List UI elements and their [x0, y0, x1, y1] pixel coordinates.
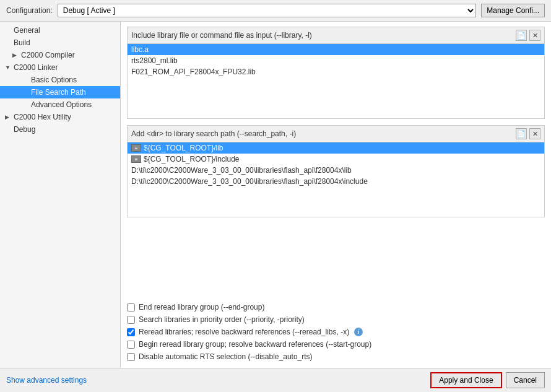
list-item[interactable]: ≡${CG_TOOL_ROOT}/lib — [128, 142, 544, 154]
search-path-panel-header: Add <dir> to library search path (--sear… — [128, 126, 544, 142]
checkbox-label-disable-auto-rts: Disable automatic RTS selection (--disab… — [139, 352, 313, 361]
triangle-icon — [5, 64, 11, 71]
list-item-text: D:\ti\c2000\C2000Ware_3_03_00_00\librari… — [131, 177, 368, 186]
checkboxes-area: End reread library group (--end-group)Se… — [121, 296, 551, 368]
checkbox-priority-order[interactable] — [127, 316, 135, 324]
search-path-panel-title: Add <dir> to library search path (--sear… — [131, 129, 296, 138]
sidebar-item-general[interactable]: General — [0, 24, 120, 37]
checkbox-begin-reread[interactable] — [127, 341, 135, 349]
sidebar-item-c2000-compiler[interactable]: C2000 Compiler — [0, 49, 120, 61]
checkbox-label-end-reread: End reread library group (--end-group) — [139, 303, 264, 311]
sidebar-item-file-search-path[interactable]: File Search Path — [0, 86, 120, 98]
checkbox-label-priority-order: Search libraries in priority order (--pr… — [139, 315, 305, 324]
checkbox-reread-libs[interactable] — [127, 328, 135, 336]
sidebar-item-label: General — [14, 26, 40, 35]
info-icon[interactable]: i — [354, 328, 363, 336]
sidebar-item-advanced-options[interactable]: Advanced Options — [0, 98, 120, 111]
sidebar-item-label: C2000 Compiler — [21, 51, 75, 59]
search-path-panel-icons: 📄 ✕ — [516, 128, 540, 139]
bottom-bar: Show advanced settings Apply and Close C… — [0, 368, 551, 392]
checkbox-row-begin-reread: Begin reread library group; resolve back… — [127, 338, 545, 351]
list-item[interactable]: rts2800_ml.lib — [128, 55, 544, 66]
sidebar-item-label: Build — [14, 38, 30, 47]
triangle-icon — [12, 52, 19, 58]
bottom-buttons: Apply and Close Cancel — [430, 372, 545, 388]
sidebar: General BuildC2000 CompilerC2000 Linker … — [0, 22, 121, 368]
cancel-button[interactable]: Cancel — [506, 372, 545, 388]
checkbox-row-priority-order: Search libraries in priority order (--pr… — [127, 313, 545, 326]
file-icon: ≡ — [131, 144, 141, 152]
library-panel: Include library file or command file as … — [127, 27, 545, 119]
library-panel-icons: 📄 ✕ — [516, 30, 540, 41]
checkbox-row-end-reread: End reread library group (--end-group) — [127, 301, 545, 313]
library-panel-header: Include library file or command file as … — [128, 27, 544, 44]
checkbox-disable-auto-rts[interactable] — [127, 353, 135, 361]
triangle-icon — [5, 114, 11, 120]
sidebar-item-c2000-hex-utility[interactable]: C2000 Hex Utility — [0, 111, 120, 123]
apply-close-button[interactable]: Apply and Close — [430, 372, 501, 388]
sidebar-item-label: Advanced Options — [31, 100, 92, 109]
list-item[interactable]: D:\ti\c2000\C2000Ware_3_03_00_00\librari… — [128, 176, 544, 187]
checkbox-end-reread[interactable] — [127, 303, 135, 311]
sidebar-item-label: C2000 Linker — [14, 63, 58, 72]
search-path-add-button[interactable]: 📄 — [516, 128, 527, 139]
config-label: Configuration: — [6, 6, 53, 15]
search-path-remove-button[interactable]: ✕ — [529, 128, 540, 139]
checkbox-label-begin-reread: Begin reread library group; resolve back… — [139, 340, 371, 349]
sidebar-item-label: File Search Path — [31, 88, 86, 97]
library-add-button[interactable]: 📄 — [516, 30, 527, 41]
sidebar-item-debug[interactable]: Debug — [0, 123, 120, 136]
library-panel-title: Include library file or command file as … — [131, 31, 312, 40]
sidebar-item-label: Basic Options — [31, 76, 77, 84]
sidebar-item-label: Debug — [14, 125, 35, 134]
sidebar-item-basic-options[interactable]: Basic Options — [0, 74, 120, 86]
list-item[interactable]: ≡${CG_TOOL_ROOT}/include — [128, 154, 544, 165]
config-select[interactable]: Debug [ Active ] — [58, 4, 477, 17]
panels-container: Include library file or command file as … — [121, 22, 551, 296]
manage-config-button[interactable]: Manage Confi... — [481, 4, 545, 17]
sidebar-item-label: C2000 Hex Utility — [14, 113, 71, 121]
list-item-text: D:\ti\c2000\C2000Ware_3_03_00_00\librari… — [131, 166, 352, 175]
library-list: libc.arts2800_ml.libF021_ROM_API_F28004x… — [128, 44, 544, 118]
file-icon: ≡ — [131, 155, 141, 163]
list-item[interactable]: D:\ti\c2000\C2000Ware_3_03_00_00\librari… — [128, 165, 544, 176]
list-item[interactable]: libc.a — [128, 44, 544, 55]
list-item-text: ${CG_TOOL_ROOT}/lib — [144, 144, 223, 152]
checkbox-row-reread-libs: Reread libraries; resolve backward refer… — [127, 326, 545, 338]
library-remove-button[interactable]: ✕ — [529, 30, 540, 41]
list-item[interactable]: F021_ROM_API_F28004x_FPU32.lib — [128, 66, 544, 77]
config-bar: Configuration: Debug [ Active ] Manage C… — [0, 0, 551, 22]
list-item-text: ${CG_TOOL_ROOT}/include — [144, 155, 240, 163]
content-area: Include library file or command file as … — [121, 22, 551, 368]
sidebar-item-build[interactable]: Build — [0, 37, 120, 49]
search-path-list: ≡${CG_TOOL_ROOT}/lib≡${CG_TOOL_ROOT}/inc… — [128, 142, 544, 217]
checkbox-row-disable-auto-rts: Disable automatic RTS selection (--disab… — [127, 351, 545, 363]
sidebar-item-c2000-linker[interactable]: C2000 Linker — [0, 61, 120, 74]
search-path-panel: Add <dir> to library search path (--sear… — [127, 125, 545, 217]
main-layout: General BuildC2000 CompilerC2000 Linker … — [0, 22, 551, 368]
checkbox-label-reread-libs: Reread libraries; resolve backward refer… — [139, 328, 349, 336]
show-advanced-link[interactable]: Show advanced settings — [6, 376, 87, 385]
